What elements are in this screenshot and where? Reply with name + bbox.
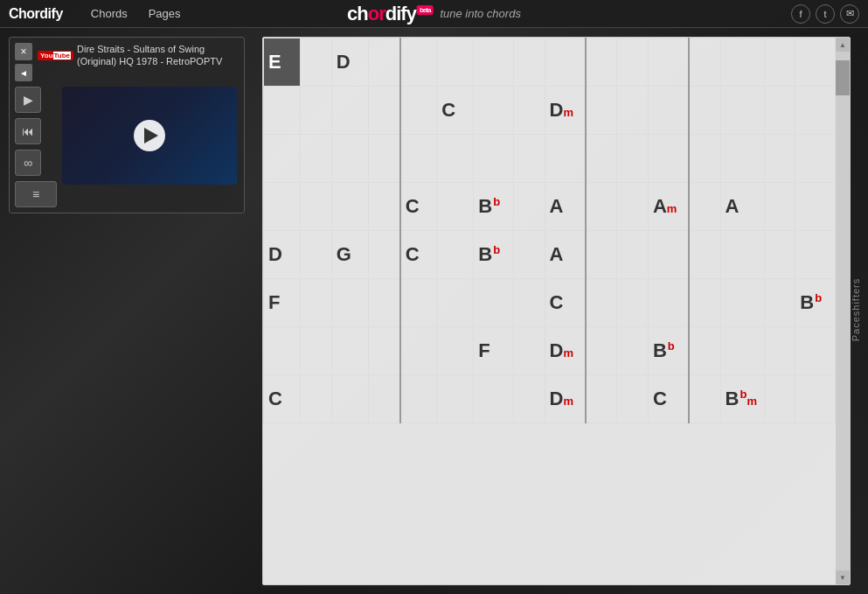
chord-cell[interactable] <box>331 183 368 231</box>
chord-cell[interactable] <box>437 38 474 87</box>
chord-cell[interactable] <box>300 183 331 231</box>
thumbnail-play[interactable] <box>134 120 165 151</box>
chord-cell[interactable]: Dm <box>545 87 586 135</box>
chord-cell[interactable] <box>795 135 836 183</box>
chord-cell[interactable]: C <box>400 231 437 279</box>
chord-cell[interactable] <box>795 87 836 135</box>
chord-cell[interactable] <box>764 135 795 183</box>
chord-cell[interactable] <box>331 327 368 375</box>
chord-cell[interactable] <box>617 135 649 183</box>
scroll-down[interactable]: ▼ <box>836 570 850 584</box>
chord-cell[interactable] <box>586 327 617 375</box>
nav-chords[interactable]: Chords <box>80 0 138 28</box>
chord-cell[interactable] <box>474 375 514 423</box>
loop-button[interactable]: ∞ <box>15 150 41 176</box>
chord-cell[interactable]: Am <box>648 183 689 231</box>
twitter-icon[interactable]: t <box>816 4 835 24</box>
chord-cell[interactable] <box>586 231 617 279</box>
chord-cell[interactable] <box>400 38 437 87</box>
chord-cell[interactable] <box>689 135 720 183</box>
chord-cell[interactable] <box>764 87 795 135</box>
scrollbar[interactable]: ▲ ▼ <box>836 38 850 584</box>
chord-cell[interactable] <box>513 375 545 423</box>
share-button[interactable]: ◄ <box>15 64 32 81</box>
chord-cell[interactable]: A <box>545 183 586 231</box>
chord-cell[interactable] <box>689 327 720 375</box>
chord-cell[interactable] <box>764 375 795 423</box>
chord-cell[interactable] <box>437 183 474 231</box>
chord-cell[interactable]: E <box>264 38 301 87</box>
chord-cell[interactable]: Bb <box>648 327 689 375</box>
chord-cell[interactable] <box>300 38 331 87</box>
chord-cell[interactable]: C <box>264 375 301 423</box>
chord-cell[interactable]: Dm <box>545 327 586 375</box>
chord-cell[interactable] <box>720 279 764 327</box>
chord-cell[interactable]: Bbm <box>720 375 764 423</box>
chord-cell[interactable] <box>795 327 836 375</box>
nav-pages[interactable]: Pages <box>138 0 191 28</box>
chord-cell[interactable] <box>437 327 474 375</box>
chord-cell[interactable]: F <box>474 327 514 375</box>
chord-cell[interactable] <box>264 327 301 375</box>
chord-cell[interactable] <box>720 231 764 279</box>
chord-cell[interactable] <box>369 38 400 87</box>
chord-cell[interactable] <box>586 183 617 231</box>
chord-cell[interactable] <box>795 38 836 87</box>
chord-cell[interactable]: G <box>331 231 368 279</box>
chord-cell[interactable] <box>586 375 617 423</box>
chord-cell[interactable] <box>300 375 331 423</box>
chord-cell[interactable] <box>648 38 689 87</box>
chord-cell[interactable] <box>648 87 689 135</box>
chord-cell[interactable] <box>331 87 368 135</box>
chord-cell[interactable] <box>369 87 400 135</box>
chord-cell[interactable]: D <box>331 38 368 87</box>
chord-cell[interactable] <box>474 87 514 135</box>
chord-cell[interactable] <box>617 38 649 87</box>
chord-cell[interactable]: Bb <box>474 183 514 231</box>
chord-cell[interactable] <box>586 38 617 87</box>
chord-cell[interactable] <box>474 38 514 87</box>
close-button[interactable]: × <box>15 43 32 60</box>
chord-cell[interactable] <box>400 375 437 423</box>
scroll-track[interactable] <box>836 52 850 570</box>
chord-cell[interactable]: Dm <box>545 375 586 423</box>
chord-cell[interactable] <box>513 231 545 279</box>
chord-cell[interactable] <box>689 87 720 135</box>
chord-cell[interactable] <box>586 87 617 135</box>
chord-cell[interactable] <box>689 375 720 423</box>
chord-cell[interactable] <box>369 231 400 279</box>
chord-cell[interactable] <box>617 375 649 423</box>
chord-cell[interactable] <box>764 231 795 279</box>
chord-cell[interactable] <box>795 231 836 279</box>
chord-cell[interactable] <box>474 279 514 327</box>
chord-cell[interactable] <box>369 135 400 183</box>
chord-cell[interactable] <box>648 279 689 327</box>
chord-cell[interactable]: C <box>648 375 689 423</box>
chord-cell[interactable]: F <box>264 279 301 327</box>
chord-cell[interactable] <box>300 327 331 375</box>
chord-cell[interactable] <box>300 135 331 183</box>
chord-cell[interactable] <box>331 135 368 183</box>
chord-cell[interactable] <box>369 279 400 327</box>
chord-cell[interactable] <box>795 183 836 231</box>
chord-cell[interactable] <box>617 183 649 231</box>
chord-cell[interactable] <box>513 279 545 327</box>
chord-cell[interactable] <box>437 135 474 183</box>
chord-cell[interactable] <box>648 231 689 279</box>
chord-cell[interactable] <box>400 87 437 135</box>
chord-cell[interactable]: C <box>545 279 586 327</box>
play-button[interactable]: ▶ <box>15 87 41 113</box>
chord-cell[interactable] <box>300 279 331 327</box>
chord-cell[interactable] <box>720 87 764 135</box>
chord-cell[interactable] <box>513 135 545 183</box>
chord-cell[interactable] <box>437 279 474 327</box>
chord-cell[interactable] <box>369 375 400 423</box>
chord-cell[interactable]: Bb <box>795 279 836 327</box>
prev-button[interactable]: ⏮ <box>15 118 41 144</box>
chord-cell[interactable]: A <box>720 183 764 231</box>
chord-cell[interactable] <box>400 279 437 327</box>
chord-grid[interactable]: EDCDmCBbAAmADGCBbAFCBbFDmBbCDmCBbm <box>263 38 836 584</box>
chord-cell[interactable] <box>720 327 764 375</box>
chord-cell[interactable] <box>300 87 331 135</box>
chord-cell[interactable] <box>513 87 545 135</box>
